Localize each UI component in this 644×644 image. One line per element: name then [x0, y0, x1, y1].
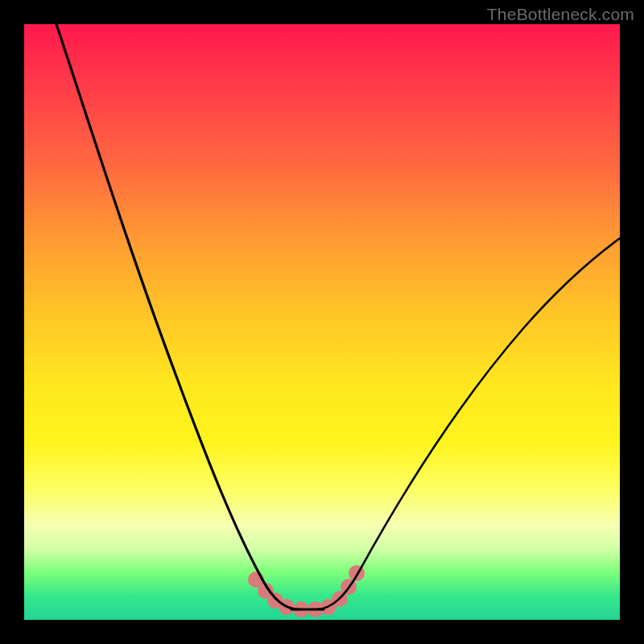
chart-frame: TheBottleneck.com	[0, 0, 644, 644]
plot-area	[24, 24, 620, 620]
curve-layer	[24, 24, 620, 620]
watermark-text: TheBottleneck.com	[487, 5, 634, 24]
left-curve	[56, 24, 298, 609]
right-curve	[317, 238, 620, 609]
